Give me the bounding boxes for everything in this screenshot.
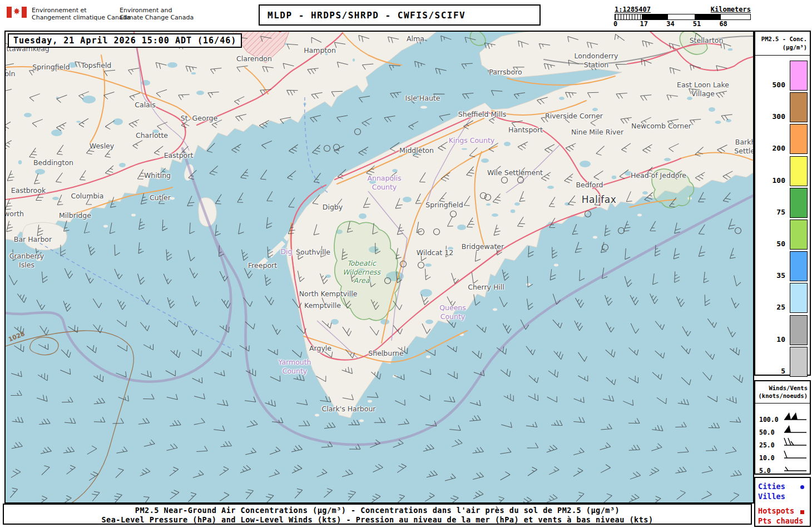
wind-barb	[314, 173, 324, 185]
lake	[504, 142, 511, 146]
cities-label-fr: Villes	[758, 491, 810, 501]
map-geography	[6, 32, 753, 502]
wind-barb	[628, 471, 641, 479]
wind-barb	[503, 321, 512, 333]
wind-barb	[390, 92, 402, 98]
wind-barb	[244, 266, 253, 278]
wind-barb	[190, 266, 199, 278]
wind-barb	[675, 466, 686, 473]
wind-barb	[210, 166, 221, 177]
wind-barb	[63, 464, 75, 474]
wind-barb	[166, 249, 172, 261]
pm25-threshold-value: 500	[773, 81, 785, 89]
lake	[380, 319, 389, 325]
wind-barb	[167, 489, 179, 499]
sites-legend: Cities Villes Hotspots Pts chauds	[754, 477, 811, 527]
wind-barb	[647, 466, 659, 475]
lake	[457, 225, 466, 230]
wind-barb	[324, 422, 335, 429]
pm25-swatch	[790, 315, 808, 345]
wind-barb	[571, 466, 583, 476]
scale-segment	[642, 14, 669, 19]
pm25-threshold-value: 75	[776, 208, 785, 216]
green-area-fundy	[470, 32, 486, 46]
wind-speed-value: 25.0	[759, 441, 775, 449]
wind-barb	[164, 272, 172, 284]
wind-barb	[628, 418, 640, 423]
wind-barb	[420, 366, 433, 375]
wind-barb	[138, 467, 150, 476]
eccc-forecast-page: Environnement et Changement climatique C…	[0, 0, 812, 528]
wind-barb	[38, 419, 50, 425]
wind-barb	[12, 416, 24, 422]
scale-segment	[695, 14, 721, 19]
wind-barb	[310, 116, 322, 123]
calm-wind-circle	[735, 228, 741, 234]
wind-barb	[196, 446, 207, 451]
lake	[35, 169, 45, 175]
wind-barb	[292, 346, 304, 357]
wind-barb	[422, 444, 434, 451]
wind-barb	[548, 367, 560, 377]
wind-barb	[408, 121, 420, 131]
wind-barb	[63, 299, 72, 311]
wind-barb	[86, 470, 98, 481]
wind-barb	[117, 297, 127, 310]
wind-barb	[11, 368, 23, 377]
wind-barb	[580, 270, 585, 281]
wind-barb	[138, 242, 145, 254]
lake	[642, 191, 648, 195]
scale-segment	[721, 14, 747, 19]
wind-barb	[398, 419, 409, 425]
wind-barb	[265, 398, 278, 406]
wind-barb	[629, 344, 641, 355]
wind-barb	[650, 292, 660, 304]
islet	[131, 214, 136, 217]
agency-name-french: Environnement et Changement climatique C…	[32, 7, 130, 21]
wind-barb	[681, 342, 692, 354]
wind-barb	[628, 373, 641, 383]
lake	[196, 91, 204, 95]
wind-barb	[682, 324, 692, 336]
wind-barb	[545, 494, 557, 502]
wind-barb	[62, 397, 73, 402]
pm25-swatch	[790, 347, 808, 377]
winds-legend: Winds/Vents (knots/noeuds) 100.050.025.0…	[754, 380, 811, 475]
wind-barb	[650, 442, 662, 451]
wind-barb	[420, 391, 432, 401]
islet	[103, 225, 108, 228]
wind-barb	[677, 447, 689, 453]
wind-barb	[705, 295, 710, 306]
wind-barb	[88, 489, 100, 501]
wind-speed-value: 5.0	[759, 467, 771, 475]
wind-barb	[159, 194, 169, 206]
legend-divider	[755, 403, 810, 404]
wind-barb	[312, 145, 324, 156]
lake	[353, 58, 355, 62]
wind-barb	[704, 272, 710, 283]
wind-barb	[167, 392, 179, 400]
wind-barb	[469, 415, 481, 421]
wind-barb	[93, 296, 103, 308]
pm25-swatch	[790, 61, 808, 91]
wind-barb	[291, 487, 302, 499]
wind-barb	[450, 439, 462, 447]
wind-barb	[572, 447, 585, 455]
lake	[462, 148, 467, 150]
pm25-legend: PM2.5 - Conc. (µg/m³) 500300200100755035…	[754, 31, 811, 376]
wind-barb	[578, 350, 589, 362]
scale-segment	[615, 14, 642, 19]
wind-barb	[273, 322, 282, 335]
pm25-swatch	[790, 283, 808, 313]
lake	[76, 121, 81, 123]
wind-barb	[462, 63, 473, 69]
wind-barb	[141, 193, 148, 206]
wind-glyph-wrap	[782, 411, 808, 425]
wind-barb	[359, 96, 370, 103]
wind-barb	[40, 323, 51, 335]
wind-barb	[368, 492, 380, 502]
wind-barb	[527, 298, 534, 310]
wind-barb	[552, 247, 557, 258]
wind-barb	[362, 118, 374, 127]
wind-barb	[93, 372, 106, 382]
